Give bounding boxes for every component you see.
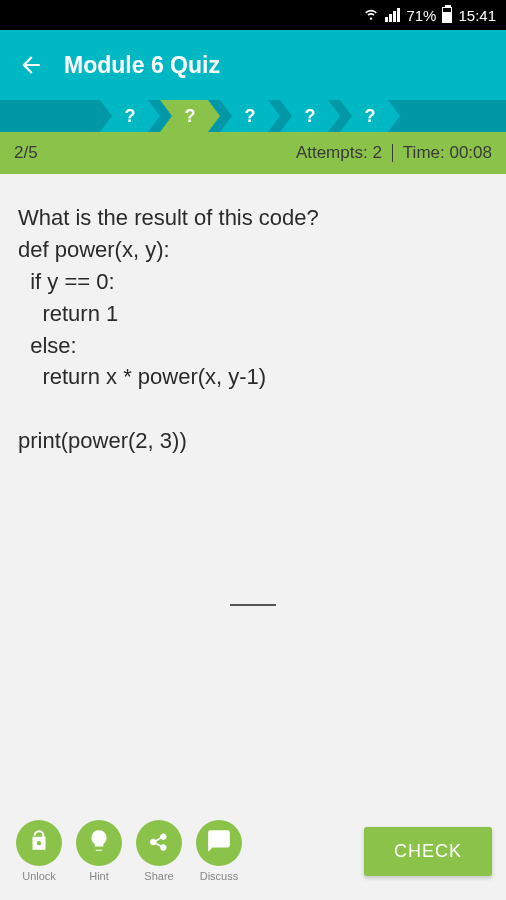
progress-bar: ? ? ? ? ? xyxy=(0,100,506,132)
progress-step-5[interactable]: ? xyxy=(340,100,400,132)
bottom-toolbar: Unlock Hint Share Discuss CHECK xyxy=(0,812,506,900)
info-divider xyxy=(392,144,393,162)
clock: 15:41 xyxy=(458,7,496,24)
battery-icon xyxy=(442,7,452,23)
discuss-label: Discuss xyxy=(194,870,244,882)
hint-icon xyxy=(86,828,112,858)
question-area: What is the result of this code? def pow… xyxy=(0,174,506,812)
share-label: Share xyxy=(134,870,184,882)
time-label: Time: 00:08 xyxy=(403,143,492,163)
info-bar: 2/5 Attempts: 2 Time: 00:08 xyxy=(0,132,506,174)
hint-label: Hint xyxy=(74,870,124,882)
unlock-icon xyxy=(26,828,52,858)
page-title: Module 6 Quiz xyxy=(64,52,220,79)
check-button[interactable]: CHECK xyxy=(364,827,492,876)
attempts-label: Attempts: 2 xyxy=(296,143,382,163)
status-bar: 71% 15:41 xyxy=(0,0,506,30)
wifi-icon xyxy=(363,7,379,24)
question-prompt: What is the result of this code? xyxy=(18,202,488,234)
answer-input[interactable] xyxy=(230,604,276,606)
share-button[interactable]: Share xyxy=(134,820,184,882)
unlock-label: Unlock xyxy=(14,870,64,882)
share-icon xyxy=(146,828,172,858)
back-button[interactable] xyxy=(18,52,44,78)
app-bar: Module 6 Quiz xyxy=(0,30,506,100)
discuss-icon xyxy=(206,828,232,858)
unlock-button[interactable]: Unlock xyxy=(14,820,64,882)
question-code: def power(x, y): if y == 0: return 1 els… xyxy=(18,234,488,457)
progress-step-1[interactable]: ? xyxy=(100,100,160,132)
signal-icon xyxy=(385,8,400,22)
discuss-button[interactable]: Discuss xyxy=(194,820,244,882)
progress-step-4[interactable]: ? xyxy=(280,100,340,132)
battery-percent: 71% xyxy=(406,7,436,24)
question-position: 2/5 xyxy=(14,143,38,163)
hint-button[interactable]: Hint xyxy=(74,820,124,882)
progress-step-3[interactable]: ? xyxy=(220,100,280,132)
progress-step-2[interactable]: ? xyxy=(160,100,220,132)
